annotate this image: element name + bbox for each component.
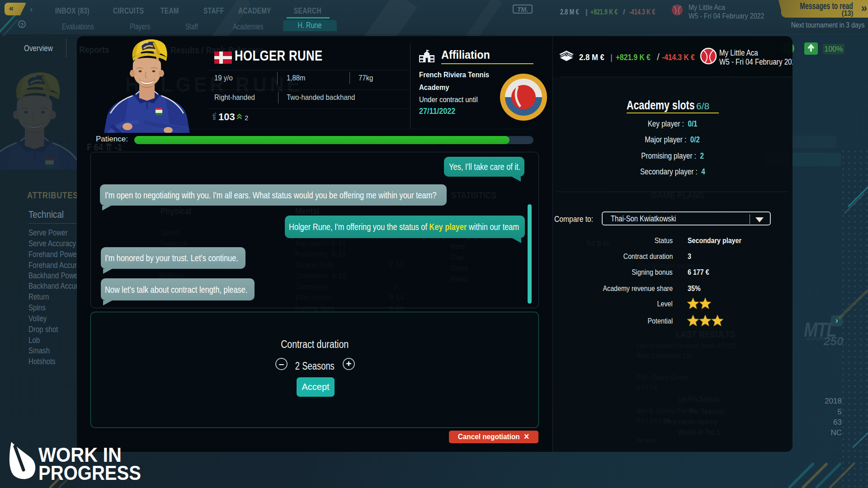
svg-text:100%: 100% — [825, 45, 843, 53]
